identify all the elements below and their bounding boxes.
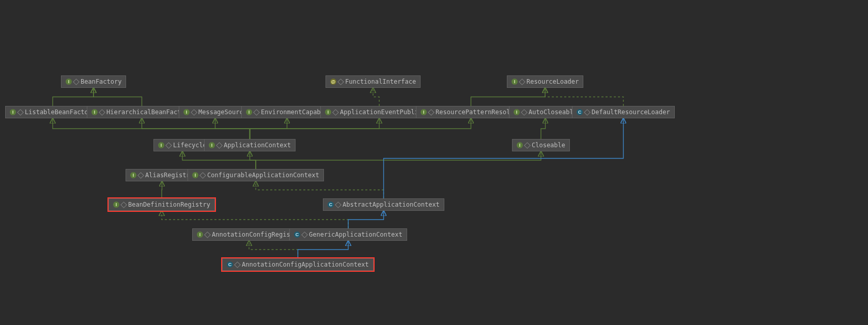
uml-node-label: ConfigurableApplicationContext [207,172,319,179]
uml-node-label: ListableBeanFactory [25,109,96,116]
uml-node-label: AliasRegistry [145,172,194,179]
edge-ApplicationContext-to-EnvironmentCapable [250,118,287,139]
interface-icon: I [209,142,215,148]
link-decoration-icon [120,202,127,208]
edge-Closeable-to-AutoCloseable [541,118,546,139]
interface-icon: I [183,109,190,115]
link-decoration-icon [519,79,525,85]
link-decoration-icon [337,79,344,85]
edge-ListableBeanFactory-to-BeanFactory [53,88,94,106]
annot-icon: @ [330,79,336,85]
interface-icon: I [10,109,16,115]
edge-ConfigurableApplicationContext-to-Closeable [256,151,541,169]
uml-node-BeanFactory[interactable]: IBeanFactory [61,75,126,88]
edge-BeanDefinitionRegistry-to-AliasRegistry [162,181,162,198]
uml-node-label: ApplicationContext [224,142,291,149]
uml-node-label: GenericApplicationContext [309,231,402,238]
link-decoration-icon [428,109,435,116]
link-decoration-icon [199,172,206,179]
interface-icon: I [325,109,331,115]
uml-node-Closeable[interactable]: ICloseable [512,139,570,151]
edge-AbstractApplicationContext-to-ConfigurableApplicationContext [256,181,384,198]
edge-AnnotationConfigApplicationContext-to-AnnotationConfigRegistry [249,241,298,258]
interface-icon: I [197,231,203,238]
edge-ApplicationContext-to-ApplicationEventPublisher [250,118,380,139]
uml-node-FunctionalInterface[interactable]: @FunctionalInterface [326,75,421,88]
edge-ApplicationContext-to-ListableBeanFactory [53,118,250,139]
edges-layer [0,0,868,325]
uml-node-EnvironmentCapable[interactable]: IEnvironmentCapable [241,106,333,118]
link-decoration-icon [137,172,144,179]
interface-icon: I [514,109,520,115]
edge-ApplicationContext-to-ResourcePatternResolver [250,118,471,139]
link-decoration-icon [73,79,80,85]
uml-node-label: Closeable [532,142,565,149]
uml-node-AbstractApplicationContext[interactable]: CAbstractApplicationContext [323,198,444,211]
edge-ApplicationContext-to-MessageSource [215,118,250,139]
uml-node-ConfigurableApplicationContext[interactable]: IConfigurableApplicationContext [188,169,324,181]
link-decoration-icon [524,142,531,149]
link-decoration-icon [191,109,197,116]
link-decoration-icon [584,109,591,116]
interface-icon: I [246,109,252,115]
edge-AbstractApplicationContext-to-DefaultResourceLoader [384,118,624,198]
edge-ResourcePatternResolver-to-ResourceLoader [471,88,546,106]
interface-icon: I [66,79,72,85]
uml-node-DefaultResourceLoader[interactable]: CDefaultResourceLoader [572,106,675,118]
link-decoration-icon [301,231,308,238]
uml-node-label: AbstractApplicationContext [343,201,440,208]
interface-icon: I [130,172,136,178]
class-icon: C [294,231,300,238]
link-decoration-icon [521,109,528,116]
uml-node-AnnotationConfigApplicationContext[interactable]: CAnnotationConfigApplicationContext [222,258,374,271]
uml-node-Lifecycle[interactable]: ILifecycle [153,139,211,151]
uml-node-label: BeanDefinitionRegistry [128,201,210,208]
interface-icon: I [113,202,119,208]
edge-AnnotationConfigApplicationContext-to-GenericApplicationContext [298,241,349,258]
interface-icon: I [158,142,164,148]
edge-ConfigurableApplicationContext-to-Lifecycle [182,151,256,169]
edge-ApplicationContext-to-HierarchicalBeanFactory [142,118,250,139]
uml-node-label: DefaultResourceLoader [592,109,670,116]
edge-GenericApplicationContext-to-AbstractApplicationContext [348,211,384,228]
edge-ApplicationEventPublisher-to-FunctionalInterface [373,88,379,106]
interface-icon: I [91,109,98,115]
interface-icon: I [192,172,198,178]
link-decoration-icon [335,202,342,208]
link-decoration-icon [332,109,339,116]
uml-node-label: FunctionalInterface [345,78,416,85]
link-decoration-icon [204,231,211,238]
link-decoration-icon [17,109,24,116]
uml-node-label: ResourceLoader [526,78,579,85]
uml-node-ApplicationContext[interactable]: IApplicationContext [204,139,296,151]
uml-node-label: MessageSource [198,109,247,116]
uml-node-ResourceLoader[interactable]: IResourceLoader [507,75,583,88]
uml-node-label: AutoCloseable [529,109,577,116]
link-decoration-icon [234,261,241,268]
edge-HierarchicalBeanFactory-to-BeanFactory [94,88,142,106]
interface-icon: I [517,142,523,148]
uml-node-ListableBeanFactory[interactable]: IListableBeanFactory [5,106,100,118]
class-icon: C [328,202,334,208]
edge-DefaultResourceLoader-to-ResourceLoader [545,88,624,106]
edge-ConfigurableApplicationContext-to-ApplicationContext [250,151,256,169]
diagram-canvas[interactable]: IBeanFactory@FunctionalInterfaceIResourc… [0,0,868,325]
uml-node-label: BeanFactory [81,78,121,85]
link-decoration-icon [216,142,223,149]
uml-node-label: AnnotationConfigRegistry [212,231,301,238]
uml-node-AutoCloseable[interactable]: IAutoCloseable [509,106,582,118]
link-decoration-icon [165,142,172,149]
uml-node-label: Lifecycle [173,142,207,149]
uml-node-label: AnnotationConfigApplicationContext [242,261,369,268]
link-decoration-icon [253,109,260,116]
uml-node-GenericApplicationContext[interactable]: CGenericApplicationContext [289,228,407,241]
link-decoration-icon [99,109,105,116]
uml-node-BeanDefinitionRegistry[interactable]: IBeanDefinitionRegistry [109,198,215,211]
class-icon: C [577,109,583,115]
uml-node-label: EnvironmentCapable [261,109,328,116]
interface-icon: I [421,109,427,115]
class-icon: C [227,261,233,268]
edge-GenericApplicationContext-to-BeanDefinitionRegistry [162,211,348,228]
uml-node-MessageSource[interactable]: IMessageSource [179,106,252,118]
interface-icon: I [512,79,518,85]
